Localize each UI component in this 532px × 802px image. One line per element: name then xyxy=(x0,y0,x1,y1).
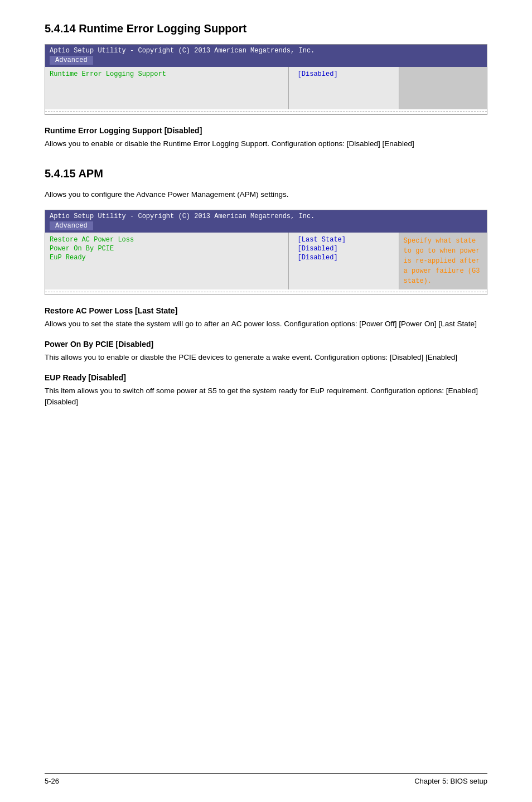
bios-header-text-2: Aptio Setup Utility - Copyright (C) 2013… xyxy=(50,212,315,220)
bios-right-1 xyxy=(399,67,487,109)
subsection-title-runtimeerror: Runtime Error Logging Support [Disabled] xyxy=(45,126,487,135)
subsection-body-eup: This item allows you to switch off some … xyxy=(45,385,487,408)
bios-tab-1: Advanced xyxy=(50,56,93,65)
bios-content-1: Runtime Error Logging Support [Disabled] xyxy=(45,67,487,109)
section-title-1: 5.4.14 Runtime Error Logging Support xyxy=(45,22,487,35)
table-row: [Disabled] xyxy=(293,254,394,262)
bios-header-2: Aptio Setup Utility - Copyright (C) 2013… xyxy=(45,210,487,233)
bios-middle-1: [Disabled] xyxy=(288,67,399,109)
bios-row-label-1: Runtime Error Logging Support xyxy=(50,70,166,78)
section-title-2: 5.4.15 APM xyxy=(45,167,487,180)
bios-left-2: Restore AC Power Loss Power On By PCIE E… xyxy=(45,233,288,289)
bios-box-2: Aptio Setup Utility - Copyright (C) 2013… xyxy=(45,210,487,295)
subsection-restore-ac: Restore AC Power Loss [Last State] Allow… xyxy=(45,306,487,330)
bios-row-value-eup: [Disabled] xyxy=(298,254,338,262)
bios-row-label-restore: Restore AC Power Loss xyxy=(50,236,134,244)
bios-tab-2: Advanced xyxy=(50,221,93,230)
subsection-power-on-pcie: Power On By PCIE [Disabled] This allows … xyxy=(45,340,487,363)
subsection-eup-ready: EUP Ready [Disabled] This item allows yo… xyxy=(45,373,487,408)
subsection-body-pcie: This allows you to enable or diasble the… xyxy=(45,352,487,363)
bios-row-value-restore: [Last State] xyxy=(298,236,346,244)
subsection-title-pcie: Power On By PCIE [Disabled] xyxy=(45,340,487,349)
table-row: Restore AC Power Loss xyxy=(50,236,284,244)
footer-chapter: Chapter 5: BIOS setup xyxy=(414,777,487,785)
bios-right-2: Specify what state to go to when power i… xyxy=(399,233,487,289)
subsection-title-eup: EUP Ready [Disabled] xyxy=(45,373,487,382)
bios-divider-2 xyxy=(45,292,487,292)
table-row: [Disabled] xyxy=(293,245,394,253)
bios-box-1: Aptio Setup Utility - Copyright (C) 2013… xyxy=(45,44,487,115)
footer-page-number: 5-26 xyxy=(45,777,59,785)
bios-header-1: Aptio Setup Utility - Copyright (C) 2013… xyxy=(45,45,487,67)
table-row: Power On By PCIE xyxy=(50,245,284,253)
bios-header-text-1: Aptio Setup Utility - Copyright (C) 2013… xyxy=(50,47,315,55)
subsection-title-restore: Restore AC Power Loss [Last State] xyxy=(45,306,487,315)
bios-middle-2: [Last State] [Disabled] [Disabled] xyxy=(288,233,399,289)
bios-content-2: Restore AC Power Loss Power On By PCIE E… xyxy=(45,233,487,289)
bios-row-label-eup: EuP Ready xyxy=(50,254,86,262)
table-row: EuP Ready xyxy=(50,254,284,262)
bios-row-value-pcie: [Disabled] xyxy=(298,245,338,253)
bios-divider-1 xyxy=(45,112,487,112)
bios-help-text: Specify what state to go to when power i… xyxy=(404,237,480,285)
subsection-body-runtimeerror: Allows you to enable or disable the Runt… xyxy=(45,138,487,149)
bios-row-value-1: [Disabled] xyxy=(298,70,338,78)
bios-row-label-pcie: Power On By PCIE xyxy=(50,245,114,253)
section2-intro: Allows you to configure the Advance Powe… xyxy=(45,189,487,200)
page-footer: 5-26 Chapter 5: BIOS setup xyxy=(45,773,487,785)
subsection-body-restore: Allows you to set the state the system w… xyxy=(45,318,487,330)
table-row: [Last State] xyxy=(293,236,394,244)
subsection-runtimeerror: Runtime Error Logging Support [Disabled]… xyxy=(45,126,487,149)
bios-left-1: Runtime Error Logging Support xyxy=(45,67,288,109)
